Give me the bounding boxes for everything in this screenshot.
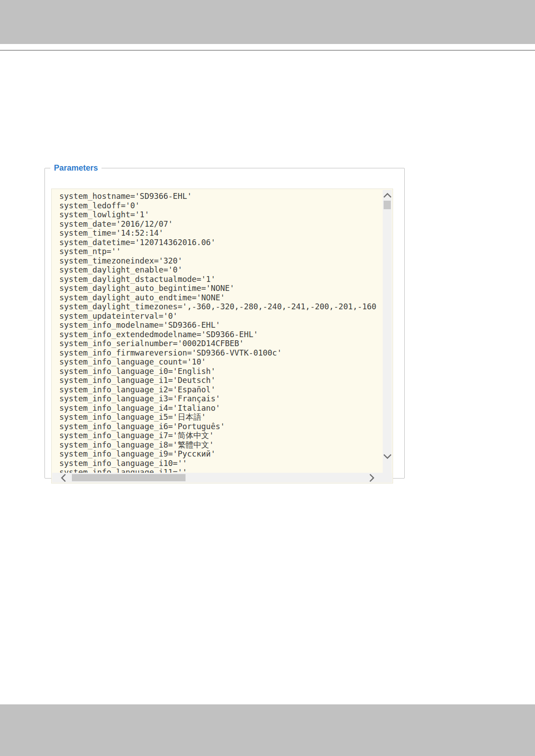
parameter-line: system_info_language_i4='Italiano' <box>59 404 383 413</box>
parameter-line: system_ledoff='0' <box>59 201 383 211</box>
parameter-line: system_info_language_i5='日本語' <box>59 413 383 422</box>
parameter-line: system_daylight_timezones=',-360,-320,-2… <box>59 302 383 312</box>
parameter-line: system_daylight_enable='0' <box>59 265 383 275</box>
chevron-left-icon[interactable] <box>61 474 69 482</box>
horizontal-scroll-thumb[interactable] <box>72 474 186 481</box>
chevron-up-icon[interactable] <box>383 193 391 201</box>
parameter-line: system_timezoneindex='320' <box>59 256 383 266</box>
top-banner <box>0 0 535 44</box>
parameter-line: system_info_language_i9='Русский' <box>59 449 383 459</box>
parameter-line: system_info_language_i8='繁體中文' <box>59 440 383 450</box>
parameters-fieldset: Parameters system_hostname='SD9366-EHL's… <box>44 163 405 479</box>
footer-banner <box>0 704 535 756</box>
parameter-line: system_info_language_i0='English' <box>59 367 383 376</box>
parameter-line: system_date='2016/12/07' <box>59 220 383 229</box>
parameter-line: system_datetime='120714362016.06' <box>59 238 383 247</box>
parameter-line: system_info_language_i7='简体中文' <box>59 431 383 440</box>
parameter-line: system_info_language_i6='Português' <box>59 422 383 431</box>
parameter-line: system_ntp='' <box>59 247 383 256</box>
parameter-line: system_info_extendedmodelname='SD9366-EH… <box>59 330 383 339</box>
parameter-line: system_info_serialnumber='0002D14CFBEB' <box>59 339 383 348</box>
parameter-line: system_daylight_auto_begintime='NONE' <box>59 284 383 293</box>
vertical-scroll-thumb[interactable] <box>384 201 391 209</box>
parameter-line: system_daylight_dstactualmode='1' <box>59 275 383 284</box>
parameter-line: system_info_language_i10='' <box>59 459 383 468</box>
chevron-right-icon[interactable] <box>366 474 374 482</box>
parameter-line: system_info_language_i2='Español' <box>59 385 383 395</box>
parameter-line: system_time='14:52:14' <box>59 229 383 238</box>
chevron-down-icon[interactable] <box>383 451 391 459</box>
parameter-line: system_updateinterval='0' <box>59 312 383 321</box>
parameter-line: system_daylight_auto_endtime='NONE' <box>59 293 383 303</box>
horizontal-scrollbar[interactable] <box>52 473 392 483</box>
parameter-line: system_info_language_i1='Deutsch' <box>59 376 383 385</box>
parameter-line: system_lowlight='1' <box>59 210 383 220</box>
parameter-line: system_info_language_count='10' <box>59 357 383 367</box>
parameter-line: system_info_language_i3='Français' <box>59 394 383 404</box>
parameter-line: system_info_firmwareversion='SD9366-VVTK… <box>59 348 383 358</box>
parameter-line: system_hostname='SD9366-EHL' <box>59 192 383 201</box>
parameters-textarea[interactable]: system_hostname='SD9366-EHL'system_ledof… <box>51 189 393 483</box>
vertical-scrollbar[interactable] <box>383 190 392 474</box>
parameters-legend: Parameters <box>50 163 102 173</box>
header-divider <box>0 50 535 51</box>
parameters-text: system_hostname='SD9366-EHL'system_ledof… <box>52 189 383 473</box>
parameter-line: system_info_modelname='SD9366-EHL' <box>59 321 383 330</box>
